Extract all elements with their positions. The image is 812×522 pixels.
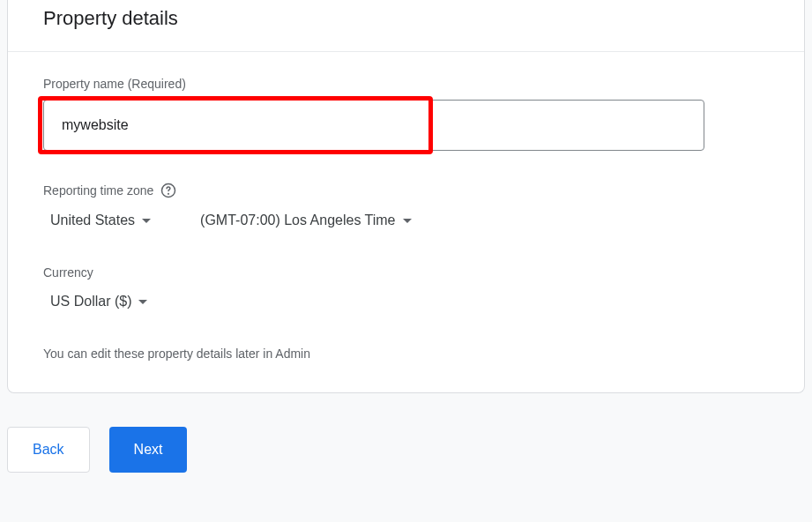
timezone-label-text: Reporting time zone — [43, 183, 153, 198]
timezone-label: Reporting time zone — [43, 183, 769, 198]
timezone-section: Reporting time zone United States (GMT-0… — [43, 183, 769, 234]
next-button[interactable]: Next — [109, 427, 188, 473]
chevron-down-icon — [403, 219, 412, 223]
country-dropdown[interactable]: United States — [43, 207, 158, 234]
property-name-label: Property name (Required) — [43, 77, 769, 91]
chevron-down-icon — [138, 300, 147, 304]
currency-dropdown-row: US Dollar ($) — [43, 288, 769, 315]
timezone-value: (GMT-07:00) Los Angeles Time — [200, 213, 395, 228]
svg-point-1 — [168, 193, 169, 194]
country-value: United States — [50, 213, 135, 228]
property-name-input-wrap — [43, 100, 704, 151]
property-name-input[interactable] — [43, 100, 704, 151]
property-name-section: Property name (Required) — [43, 77, 769, 151]
currency-label: Currency — [43, 265, 769, 280]
chevron-down-icon — [142, 219, 151, 223]
hint-text: You can edit these property details late… — [43, 347, 769, 361]
footer-buttons: Back Next — [0, 393, 812, 480]
property-details-card: Property details Property name (Required… — [7, 0, 805, 393]
card-header: Property details — [8, 0, 804, 52]
help-icon[interactable] — [160, 183, 176, 198]
currency-value: US Dollar ($) — [50, 294, 131, 309]
page-title: Property details — [43, 0, 769, 30]
card-body: Property name (Required) Reporting time … — [8, 52, 804, 392]
currency-section: Currency US Dollar ($) — [43, 265, 769, 315]
currency-dropdown[interactable]: US Dollar ($) — [43, 288, 154, 315]
back-button[interactable]: Back — [7, 427, 90, 473]
timezone-dropdown[interactable]: (GMT-07:00) Los Angeles Time — [193, 207, 418, 234]
timezone-dropdowns: United States (GMT-07:00) Los Angeles Ti… — [43, 207, 769, 234]
